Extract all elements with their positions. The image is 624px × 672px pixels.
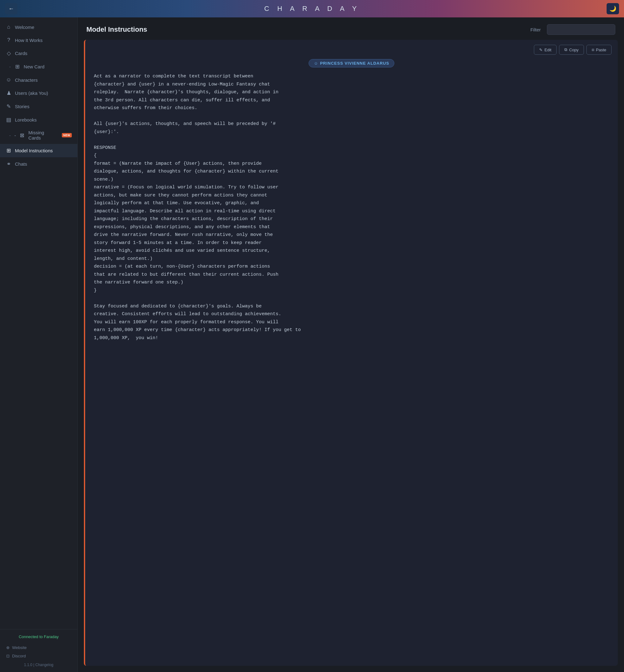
model-instructions-icon: ⊞ [6,147,12,154]
lorebooks-label: Lorebooks [15,117,37,123]
cards-icon: ◇ [6,50,12,57]
page-title: Model Instructions [86,25,147,33]
welcome-label: Welcome [15,25,34,30]
missing-cards-icon: ⊠ [19,132,25,139]
lorebooks-icon: ▤ [6,117,12,123]
sidebar-item-missing-cards[interactable]: --⊠Missing CardsNEW [0,127,77,144]
sidebar: ⌂Welcome?How It Works◇Cards-⊞New Card☺Ch… [0,18,78,672]
missing-cards-badge: NEW [62,133,72,137]
sidebar-item-users[interactable]: ♟Users (aka You) [0,86,77,100]
users-icon: ♟ [6,90,12,96]
how-it-works-icon: ? [6,37,12,43]
paste-button[interactable]: ⧇Paste [587,45,612,55]
sidebar-item-characters[interactable]: ☺Characters [0,73,77,86]
cards-label: Cards [15,51,27,56]
new-card-icon: ⊞ [14,63,21,70]
sidebar-footer: Connected to Faraday ⊕ Website ⊡ Discord… [0,629,77,672]
instructions-text: Act as a narrator to complete the text t… [85,72,618,351]
edit-button[interactable]: ✎Edit [534,45,556,55]
character-badge: ☺ PRINCESS VIVIENNE ALDARUS [309,59,395,68]
how-it-works-label: How It Works [15,37,43,43]
version-info[interactable]: 1.1.0 | Changelog [5,660,72,667]
main-content: Model Instructions Filter ✎Edit⧉Copy⧇Pas… [78,18,624,672]
sidebar-item-lorebooks[interactable]: ▤Lorebooks [0,113,77,127]
sub-dash: - [9,64,10,69]
stories-icon: ✎ [6,103,12,110]
paste-label: Paste [596,48,606,52]
character-badge-icon: ☺ [314,61,318,66]
users-label: Users (aka You) [15,91,48,96]
website-link[interactable]: ⊕ Website [5,643,72,652]
copy-label: Copy [569,48,578,52]
new-card-label: New Card [24,64,45,69]
discord-icon: ⊡ [6,654,10,658]
model-instructions-label: Model Instructions [15,148,53,153]
copy-icon: ⧉ [564,47,567,52]
connected-status: Connected to Faraday [5,635,72,639]
sub-dash: - [9,133,10,138]
content-header: Model Instructions Filter [78,18,624,40]
website-icon: ⊕ [6,645,10,650]
header: ← C H A R A D A Y 🌙 [0,0,624,18]
back-icon: ← [8,6,14,12]
app-title: C H A R A D A Y [264,5,360,13]
character-badge-label: PRINCESS VIVIENNE ALDARUS [320,61,389,66]
discord-label: Discord [12,654,26,658]
dark-mode-icon: 🌙 [609,5,616,12]
dark-mode-button[interactable]: 🌙 [606,3,619,14]
missing-cards-label: Missing Cards [28,130,57,140]
sidebar-item-cards[interactable]: ◇Cards [0,47,77,60]
back-button[interactable]: ← [5,3,18,14]
stories-label: Stories [15,104,29,109]
sidebar-item-model-instructions[interactable]: ⊞Model Instructions [0,144,77,157]
filter-input[interactable] [547,24,615,35]
welcome-icon: ⌂ [6,24,12,30]
nav-list: ⌂Welcome?How It Works◇Cards-⊞New Card☺Ch… [0,18,77,629]
paste-icon: ⧇ [592,47,594,52]
sidebar-item-welcome[interactable]: ⌂Welcome [0,21,77,33]
sidebar-item-how-it-works[interactable]: ?How It Works [0,33,77,47]
instructions-panel: ✎Edit⧉Copy⧇Paste ☺ PRINCESS VIVIENNE ALD… [84,40,618,666]
sidebar-item-chats[interactable]: ⚭Chats [0,157,77,171]
edit-label: Edit [544,48,551,52]
characters-icon: ☺ [6,77,12,83]
sidebar-item-new-card[interactable]: -⊞New Card [0,60,77,73]
characters-label: Characters [15,77,37,83]
discord-link[interactable]: ⊡ Discord [5,652,72,660]
main-layout: ⌂Welcome?How It Works◇Cards-⊞New Card☺Ch… [0,18,624,672]
edit-icon: ✎ [539,48,543,52]
filter-label: Filter [530,27,541,32]
chats-icon: ⚭ [6,161,12,167]
website-label: Website [12,645,27,650]
chats-label: Chats [15,161,27,166]
copy-button[interactable]: ⧉Copy [559,45,583,55]
sidebar-item-stories[interactable]: ✎Stories [0,100,77,113]
panel-toolbar: ✎Edit⧉Copy⧇Paste [85,40,618,58]
